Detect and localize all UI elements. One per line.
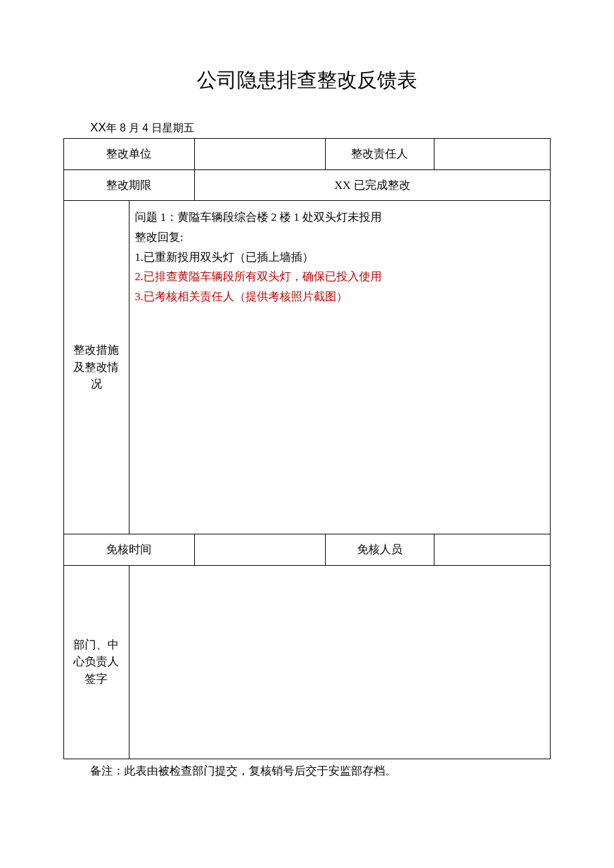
feedback-table: 整改单位 整改责任人 整改期限 XX 已完成整改 整改措施及整改情况 问题 1：…	[63, 138, 551, 759]
reply-line-3: 3.已考核相关责任人（提供考核照片截图）	[135, 287, 545, 307]
unit-label: 整改单位	[64, 139, 195, 170]
reply-line-1: 1.已重新投用双头灯（已插上墙插）	[135, 248, 545, 268]
unit-value	[194, 139, 325, 170]
review-time-label: 免核时间	[64, 534, 195, 566]
deadline-value: XX 已完成整改	[194, 169, 550, 201]
deadline-label: 整改期限	[64, 169, 195, 201]
doc-title: 公司隐患排查整改反馈表	[63, 67, 551, 94]
date-line: XX年 8 月 4 日星期五	[90, 121, 551, 135]
signature-label: 部门、中心负责人签字	[64, 565, 129, 759]
footnote: 备注：此表由被检查部门提交，复核销号后交于安监部存档。	[90, 763, 551, 779]
responsible-value	[434, 139, 550, 170]
review-time-value	[194, 534, 325, 566]
signature-area	[129, 565, 550, 759]
responsible-label: 整改责任人	[325, 139, 434, 170]
reply-header: 整改回复:	[135, 228, 545, 248]
measures-label: 整改措施及整改情况	[64, 201, 129, 534]
review-person-value	[434, 534, 550, 566]
review-person-label: 免核人员	[325, 534, 434, 566]
measures-content: 问题 1：黄隘车辆段综合楼 2 楼 1 处双头灯未投用 整改回复: 1.已重新投…	[129, 201, 550, 534]
date-prefix: XX	[90, 121, 106, 134]
issue-line: 问题 1：黄隘车辆段综合楼 2 楼 1 处双头灯未投用	[135, 207, 545, 228]
reply-line-2: 2.已排查黄隘车辆段所有双头灯，确保已投入使用	[135, 267, 545, 287]
date-rest: 年 8 月 4 日星期五	[106, 122, 194, 133]
